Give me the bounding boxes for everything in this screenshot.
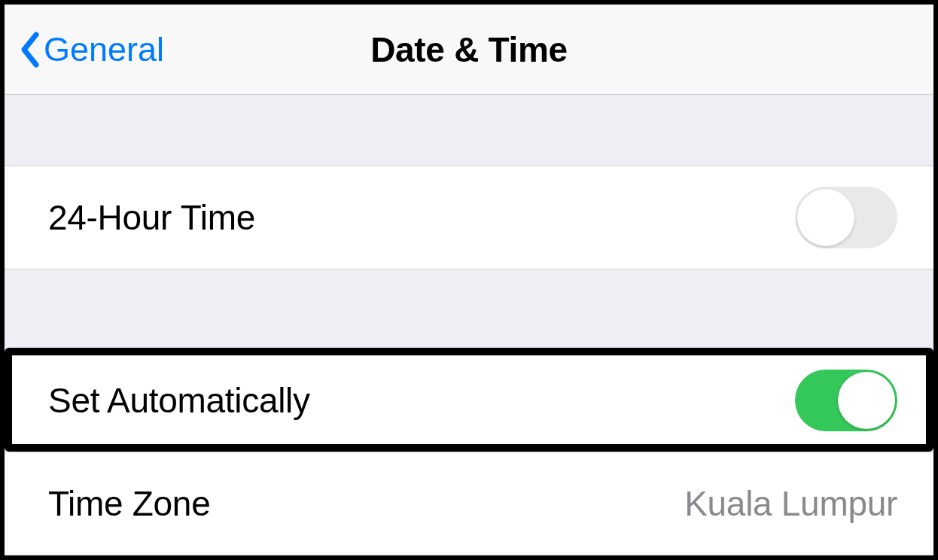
toggle-24-hour[interactable] [795,187,897,248]
highlight-set-automatically: Set Automatically [5,348,933,452]
row-value: Kuala Lumpur [684,483,897,524]
row-24-hour-time[interactable]: 24-Hour Time [5,166,933,269]
toggle-knob [838,372,895,429]
row-label: Time Zone [48,483,210,524]
section-spacer [5,95,933,166]
row-label: 24-Hour Time [48,197,255,238]
page-title: Date & Time [370,29,568,70]
back-label: General [44,30,164,69]
back-button[interactable]: General [20,30,164,69]
row-label: Set Automatically [48,380,310,421]
group-auto-timezone: Set Automatically Time Zone Kuala Lumpur [5,348,933,555]
nav-bar: General Date & Time [5,5,933,95]
row-time-zone[interactable]: Time Zone Kuala Lumpur [5,452,933,555]
section-spacer [5,269,933,348]
chevron-left-icon [20,32,41,68]
toggle-set-automatically[interactable] [795,370,897,431]
row-set-automatically[interactable]: Set Automatically [12,355,926,444]
toggle-knob [797,189,854,246]
